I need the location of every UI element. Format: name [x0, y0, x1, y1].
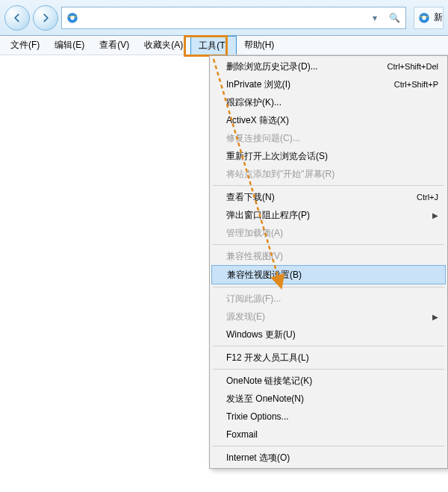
menu-view[interactable]: 查看(V): [92, 36, 137, 55]
submenu-arrow-icon: ▶: [432, 313, 438, 321]
svg-point-3: [422, 16, 426, 19]
menuitem-reopen-last-session[interactable]: 重新打开上次浏览会话(S): [211, 147, 446, 165]
address-bar[interactable]: ▾ 🔍: [61, 7, 406, 29]
menuitem-windows-update[interactable]: Windows 更新(U): [211, 326, 446, 343]
menuitem-internet-options[interactable]: Internet 选项(O): [211, 449, 446, 467]
menuitem-inprivate[interactable]: InPrivate 浏览(I) Ctrl+Shift+P: [211, 75, 446, 93]
menuitem-f12-devtools[interactable]: F12 开发人员工具(L): [211, 349, 446, 367]
menuitem-send-to-onenote[interactable]: 发送至 OneNote(N): [211, 390, 446, 408]
tab-label: 新: [434, 11, 443, 24]
menuitem-foxmail[interactable]: Foxmail: [211, 426, 446, 443]
menuitem-onenote-linked-notes[interactable]: OneNote 链接笔记(K): [211, 372, 446, 390]
search-icon[interactable]: 🔍: [386, 10, 402, 26]
menu-separator: [213, 244, 444, 245]
menu-separator: [213, 369, 444, 370]
menuitem-compat-view: 兼容性视图(V): [211, 247, 446, 265]
submenu-arrow-icon: ▶: [432, 211, 438, 219]
svg-point-1: [70, 16, 74, 19]
menuitem-fix-connection: 修复连接问题(C)...: [211, 129, 446, 147]
tools-dropdown: 删除浏览历史记录(D)... Ctrl+Shift+Del InPrivate …: [209, 55, 448, 469]
menu-file[interactable]: 文件(F): [3, 36, 47, 55]
browser-tab[interactable]: 新: [414, 7, 444, 29]
back-button[interactable]: [4, 5, 30, 31]
menuitem-trixie-options[interactable]: Trixie Options...: [211, 408, 446, 426]
menu-separator: [213, 287, 444, 287]
menu-tools[interactable]: 工具(T): [190, 36, 236, 55]
address-dropdown-icon[interactable]: ▾: [367, 10, 383, 26]
menu-separator: [213, 446, 444, 446]
ie-logo-icon: [65, 10, 80, 25]
menu-bar: 文件(F) 编辑(E) 查看(V) 收藏夹(A) 工具(T) 帮助(H): [0, 36, 448, 55]
menu-edit[interactable]: 编辑(E): [47, 36, 92, 55]
menuitem-delete-history[interactable]: 删除浏览历史记录(D)... Ctrl+Shift+Del: [211, 57, 446, 75]
arrow-right-icon: [40, 13, 51, 23]
menuitem-tracking-protection[interactable]: 跟踪保护(K)...: [211, 93, 446, 111]
menuitem-add-to-start: 将站点添加到"开始"屏幕(R): [211, 165, 446, 183]
menuitem-activex-filter[interactable]: ActiveX 筛选(X): [211, 111, 446, 129]
menuitem-subscribe-feed: 订阅此源(F)...: [211, 290, 446, 308]
menuitem-feed-discovery: 源发现(E) ▶: [211, 308, 446, 326]
browser-nav-bar: ▾ 🔍 新: [0, 0, 448, 36]
menuitem-compat-view-settings[interactable]: 兼容性视图设置(B): [211, 265, 446, 284]
menuitem-manage-addons: 管理加载项(A): [211, 224, 446, 242]
menu-separator: [213, 346, 444, 346]
forward-button[interactable]: [33, 5, 58, 31]
menu-favorites[interactable]: 收藏夹(A): [137, 36, 190, 55]
arrow-left-icon: [12, 13, 22, 23]
ie-logo-icon: [417, 10, 431, 25]
menu-help[interactable]: 帮助(H): [237, 36, 282, 55]
menuitem-popup-blocker[interactable]: 弹出窗口阻止程序(P) ▶: [211, 206, 446, 224]
menuitem-view-downloads[interactable]: 查看下载(N) Ctrl+J: [211, 188, 446, 206]
address-input[interactable]: [83, 7, 364, 28]
menu-separator: [213, 185, 444, 186]
